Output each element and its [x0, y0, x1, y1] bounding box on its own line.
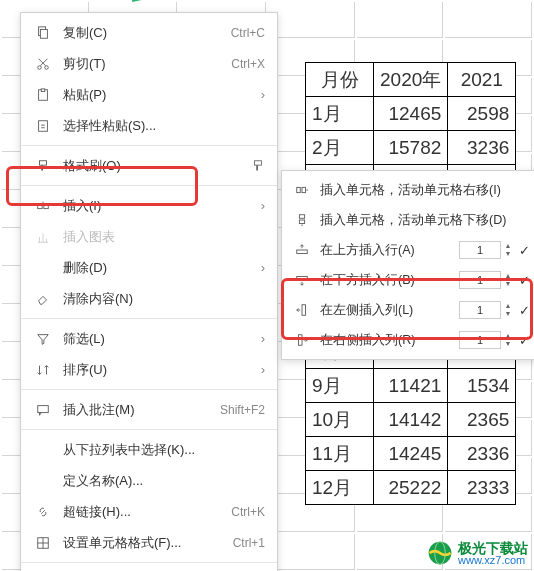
menu-filter[interactable]: 筛选(L) ›: [21, 323, 277, 354]
menu-paste-special[interactable]: 选择性粘贴(S)...: [21, 110, 277, 141]
spinner-value[interactable]: 1: [459, 271, 501, 289]
spinner-down-icon[interactable]: ▼: [503, 310, 513, 318]
row-above-spinner[interactable]: 1 ▲▼ ✓: [459, 241, 530, 259]
spinner-up-icon[interactable]: ▲: [503, 332, 513, 340]
chevron-right-icon: ›: [261, 198, 265, 213]
watermark: 极光下载站 www.xz7.com: [426, 539, 528, 567]
menu-cut[interactable]: 剪切(T) Ctrl+X: [21, 48, 277, 79]
table-row: 9月114211534: [306, 369, 516, 403]
spinner-down-icon[interactable]: ▼: [503, 340, 513, 348]
menu-label: 删除(D): [63, 259, 253, 277]
menu-hyperlink[interactable]: 超链接(H)... Ctrl+K: [21, 496, 277, 527]
paste-special-icon: [33, 119, 53, 133]
spinner-value[interactable]: 1: [459, 331, 501, 349]
menu-label: 剪切(T): [63, 55, 231, 73]
brush-icon: [33, 159, 53, 173]
svg-point-2: [38, 65, 42, 69]
table-row: 10月141422365: [306, 403, 516, 437]
submenu-label: 在上方插入行(A): [320, 242, 459, 259]
menu-paste[interactable]: 粘贴(P) ›: [21, 79, 277, 110]
col-right-spinner[interactable]: 1 ▲▼ ✓: [459, 331, 530, 349]
submenu-label: 在下方插入行(B): [320, 272, 459, 289]
menu-insert-comment[interactable]: 插入批注(M) Shift+F2: [21, 394, 277, 425]
spinner-down-icon[interactable]: ▼: [503, 280, 513, 288]
menu-shortcut: Ctrl+K: [231, 505, 265, 519]
row-below-spinner[interactable]: 1 ▲▼ ✓: [459, 271, 530, 289]
cells-down-icon: [292, 213, 312, 227]
check-icon[interactable]: ✓: [519, 273, 530, 288]
table-row: 12月252222333: [306, 471, 516, 505]
menu-label: 从下拉列表中选择(K)...: [63, 441, 265, 459]
col-left-spinner[interactable]: 1 ▲▼ ✓: [459, 301, 530, 319]
submenu-insert-row-above[interactable]: 在上方插入行(A) 1 ▲▼ ✓: [282, 235, 534, 265]
menu-format-cells[interactable]: 设置单元格格式(F)... Ctrl+1: [21, 527, 277, 558]
svg-rect-18: [297, 250, 308, 254]
chevron-right-icon: ›: [261, 260, 265, 275]
submenu-insert-col-left[interactable]: 在左侧插入列(L) 1 ▲▼ ✓: [282, 295, 534, 325]
menu-format-painter[interactable]: 格式刷(O): [21, 150, 277, 181]
menu-shortcut: Ctrl+1: [233, 536, 265, 550]
menu-insert-chart: 插入图表: [21, 221, 277, 252]
menu-define-name[interactable]: 定义名称(A)...: [21, 465, 277, 496]
menu-table-beautify[interactable]: 表格整理美化: [21, 567, 277, 571]
table-row: 2月157823236: [306, 131, 516, 165]
menu-separator: [21, 318, 277, 319]
submenu-insert-row-below[interactable]: 在下方插入行(B) 1 ▲▼ ✓: [282, 265, 534, 295]
svg-rect-10: [44, 204, 48, 208]
col-right-icon: [292, 333, 312, 347]
menu-separator: [21, 185, 277, 186]
menu-separator: [21, 562, 277, 563]
chevron-right-icon: ›: [261, 362, 265, 377]
sort-icon: [33, 363, 53, 377]
globe-icon: [426, 539, 454, 567]
col-month[interactable]: 月份: [306, 63, 374, 97]
menu-label: 超链接(H)...: [63, 503, 231, 521]
svg-rect-5: [41, 88, 45, 91]
menu-label: 清除内容(N): [63, 290, 265, 308]
menu-separator: [21, 429, 277, 430]
table-row: 11月142452336: [306, 437, 516, 471]
link-icon: [33, 505, 53, 519]
menu-label: 筛选(L): [63, 330, 253, 348]
scissors-icon: [33, 57, 53, 71]
spinner-up-icon[interactable]: ▲: [503, 272, 513, 280]
menu-dropdown-select[interactable]: 从下拉列表中选择(K)...: [21, 434, 277, 465]
menu-label: 插入批注(M): [63, 401, 220, 419]
spinner-value[interactable]: 1: [459, 301, 501, 319]
col-2020[interactable]: 2020年: [374, 63, 448, 97]
check-icon[interactable]: ✓: [519, 303, 530, 318]
menu-label: 复制(C): [63, 24, 231, 42]
clipboard-icon: [33, 88, 53, 102]
menu-sort[interactable]: 排序(U) ›: [21, 354, 277, 385]
menu-insert[interactable]: 插入(I) ›: [21, 190, 277, 221]
svg-rect-6: [39, 120, 48, 131]
svg-rect-17: [299, 220, 304, 224]
menu-clear[interactable]: 清除内容(N): [21, 283, 277, 314]
cells-right-icon: [292, 183, 312, 197]
submenu-insert-cells-right[interactable]: 插入单元格，活动单元格右移(I): [282, 175, 534, 205]
svg-rect-16: [299, 215, 304, 219]
check-icon[interactable]: ✓: [519, 333, 530, 348]
submenu-insert-col-right[interactable]: 在右侧插入列(R) 1 ▲▼ ✓: [282, 325, 534, 355]
spinner-up-icon[interactable]: ▲: [503, 242, 513, 250]
menu-label: 格式刷(O): [63, 157, 251, 175]
row-above-icon: [292, 243, 312, 257]
copy-icon: [33, 26, 53, 40]
menu-separator: [21, 389, 277, 390]
menu-shortcut: Ctrl+X: [231, 57, 265, 71]
col-2021[interactable]: 2021: [448, 63, 516, 97]
chart-icon: [33, 230, 53, 244]
menu-delete[interactable]: 删除(D) ›: [21, 252, 277, 283]
menu-separator: [21, 145, 277, 146]
eraser-icon: [33, 292, 53, 306]
menu-copy[interactable]: 复制(C) Ctrl+C: [21, 17, 277, 48]
svg-rect-1: [40, 29, 47, 38]
spinner-up-icon[interactable]: ▲: [503, 302, 513, 310]
submenu-label: 插入单元格，活动单元格右移(I): [320, 182, 530, 199]
check-icon[interactable]: ✓: [519, 243, 530, 258]
submenu-insert-cells-down[interactable]: 插入单元格，活动单元格下移(D): [282, 205, 534, 235]
spinner-value[interactable]: 1: [459, 241, 501, 259]
format-painter-end-icon: [251, 159, 265, 173]
spinner-down-icon[interactable]: ▼: [503, 250, 513, 258]
col-left-icon: [292, 303, 312, 317]
